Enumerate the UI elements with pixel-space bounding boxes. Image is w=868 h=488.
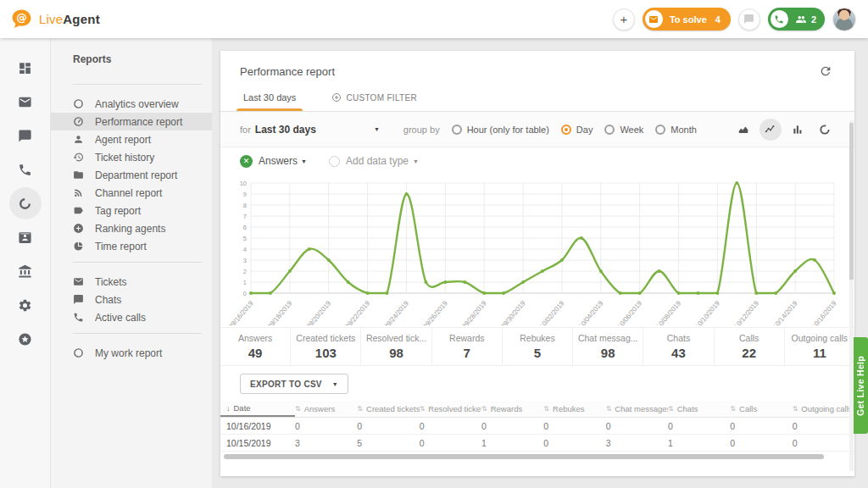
refresh-icon[interactable]: [819, 64, 832, 78]
sidebar-item-time-report[interactable]: Time report: [51, 237, 212, 255]
date-range-dropdown[interactable]: Last 30 days: [255, 124, 316, 136]
stat-created-tickets: Created tickets 103: [290, 328, 360, 365]
sidebar-item-active-calls[interactable]: Active calls: [51, 308, 212, 326]
column-label: Calls: [739, 404, 757, 413]
chevron-down-icon[interactable]: ▼: [301, 158, 307, 164]
sidebar-item-tag-report[interactable]: Tag report: [51, 202, 212, 219]
report-tabs: Last 30 days CUSTOM FILTER: [220, 85, 854, 112]
svg-text:10/12/2019: 10/12/2019: [732, 299, 760, 325]
table-cell: 5: [357, 438, 419, 448]
radio-icon: [561, 125, 571, 135]
radio-hour-only-for-table-[interactable]: Hour (only for table): [452, 125, 549, 135]
svg-text:10/10/2019: 10/10/2019: [693, 299, 721, 325]
table-cell: 1: [668, 438, 730, 448]
column-header-calls[interactable]: ⇅ Calls: [730, 401, 792, 417]
column-header-outgoing-calls[interactable]: ⇅ Outgoing calls: [793, 401, 854, 417]
column-header-answers[interactable]: ⇅ Answers: [295, 401, 357, 417]
column-header-resolved-tickets[interactable]: ⇅ Resolved tickets: [420, 401, 481, 417]
horizontal-scrollbar-thumb[interactable]: [224, 454, 824, 459]
person-icon: [73, 134, 84, 145]
gear-icon: [18, 298, 32, 313]
chevron-down-icon[interactable]: ▼: [413, 158, 419, 164]
rail-item-star-circle[interactable]: [9, 323, 42, 355]
tab-custom-filter[interactable]: CUSTOM FILTER: [328, 92, 420, 111]
sidebar-item-performance-report[interactable]: Performance report: [51, 113, 212, 130]
sort-icon: ⇅: [481, 405, 487, 413]
user-avatar[interactable]: [832, 8, 856, 31]
table-cell: 0: [543, 421, 605, 431]
svg-text:10: 10: [240, 180, 247, 187]
column-header-chats[interactable]: ⇅ Chats: [668, 401, 730, 417]
column-label: Outgoing calls: [801, 404, 852, 413]
plus-circle-icon: [73, 223, 84, 234]
table-cell: 3: [606, 438, 668, 448]
sidebar-item-agent-report[interactable]: Agent report: [51, 130, 212, 148]
sidebar-item-ticket-history[interactable]: Ticket history: [51, 148, 212, 166]
donut-chart-button[interactable]: [814, 119, 836, 141]
radio-week[interactable]: Week: [604, 125, 643, 135]
sort-icon: ⇅: [543, 405, 549, 413]
rail-item-reports-donut[interactable]: [9, 187, 42, 219]
area-chart-button[interactable]: [732, 119, 754, 141]
tab-last-30-days[interactable]: Last 30 days: [240, 92, 299, 111]
sidebar-item-my-work-report[interactable]: My work report: [51, 344, 212, 362]
page-title: Performance report: [240, 65, 335, 78]
sidebar-item-tickets[interactable]: Tickets: [51, 273, 212, 291]
rail-item-mail[interactable]: [9, 86, 42, 118]
brand-bubble-icon: @: [10, 8, 33, 30]
bar-chart-button[interactable]: [787, 119, 809, 141]
liveagent-logo[interactable]: @ LiveAgent: [10, 8, 100, 30]
chats-indicator-button[interactable]: [738, 8, 760, 30]
column-header-date[interactable]: ↓ Date: [220, 401, 295, 417]
sidebar-item-label: Performance report: [95, 116, 182, 128]
rail-item-phone[interactable]: [9, 153, 42, 186]
sort-icon: ⇅: [606, 405, 612, 413]
column-header-created-tickets[interactable]: ⇅ Created tickets: [357, 401, 419, 417]
sort-icon: ⇅: [357, 405, 363, 413]
radio-label: Hour (only for table): [467, 125, 549, 135]
stat-value: 43: [671, 346, 686, 360]
stat-calls: Calls 22: [714, 328, 784, 365]
table-cell: 0: [420, 421, 481, 431]
table-row[interactable]: 10/15/2019350103100: [220, 435, 854, 452]
rail-item-dashboard[interactable]: [9, 52, 42, 84]
column-header-chat-messages[interactable]: ⇅ Chat messages: [606, 401, 668, 417]
rail-item-gear[interactable]: [9, 289, 42, 321]
radio-label: Day: [576, 125, 593, 135]
svg-text:09/26/2019: 09/26/2019: [421, 299, 449, 325]
table-cell: 0: [420, 438, 481, 448]
sort-icon: ⇅: [668, 405, 674, 413]
sidebar-item-label: Ranking agents: [95, 223, 165, 235]
table-row[interactable]: 10/16/2019000000000: [220, 418, 854, 435]
remove-series-icon[interactable]: ✕: [240, 155, 253, 168]
stat-value: 7: [464, 346, 470, 360]
contact-card-icon: [18, 230, 32, 245]
sidebar-item-analytics-overview[interactable]: Analytics overview: [51, 95, 212, 113]
chevron-down-icon[interactable]: ▼: [374, 126, 380, 132]
to-solve-button[interactable]: To solve 4: [643, 8, 731, 30]
column-label: Chat messages: [615, 404, 668, 413]
export-to-csv-button[interactable]: EXPORT TO CSV ▼: [240, 374, 348, 394]
radio-day[interactable]: Day: [561, 125, 593, 135]
sidebar-item-ranking-agents[interactable]: Ranking agents: [51, 219, 212, 237]
line-chart-button[interactable]: [760, 119, 782, 141]
sidebar-item-channel-report[interactable]: Channel report: [51, 184, 212, 202]
rail-item-contact-card[interactable]: [9, 221, 42, 253]
table-cell: 0: [730, 421, 792, 431]
get-live-help-button[interactable]: Get Live Help: [854, 337, 868, 434]
vertical-scrollbar-thumb[interactable]: [849, 123, 854, 280]
column-header-rebukes[interactable]: ⇅ Rebukes: [543, 401, 605, 417]
sidebar-item-department-report[interactable]: Department report: [51, 166, 212, 184]
add-new-button[interactable]: +: [613, 8, 635, 30]
active-calls-button[interactable]: 2: [768, 8, 825, 30]
rail-item-chat[interactable]: [9, 119, 42, 152]
rail-item-bank[interactable]: [9, 255, 42, 287]
radio-month[interactable]: Month: [655, 125, 697, 135]
stat-label: Chat messag...: [578, 333, 638, 343]
add-data-type-chip[interactable]: Add data type ▼: [329, 155, 419, 167]
sidebar-item-label: Analytics overview: [95, 98, 179, 110]
bar-chart-icon: [792, 124, 804, 136]
series-answers-chip[interactable]: ✕ Answers ▼: [240, 155, 307, 168]
sidebar-item-chats[interactable]: Chats: [51, 291, 212, 308]
column-header-rewards[interactable]: ⇅ Rewards: [481, 401, 543, 417]
